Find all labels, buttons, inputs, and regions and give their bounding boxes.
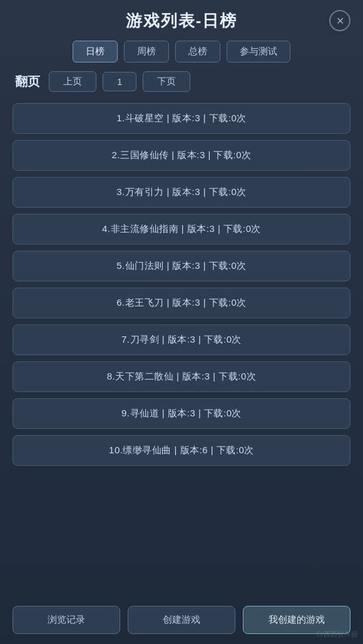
tab-total[interactable]: 总榜 — [175, 41, 220, 63]
game-item-7[interactable]: 7.刀寻剑 | 版本:3 | 下载:0次 — [13, 325, 350, 355]
page-title: 游戏列表-日榜 — [126, 10, 238, 32]
page-number: 1 — [103, 72, 136, 91]
prev-page-button[interactable]: 上页 — [49, 71, 96, 92]
main-container: 游戏列表-日榜 ✕ 日榜 周榜 总榜 参与测试 翻页 上页 1 下页 1.斗破星… — [0, 0, 363, 644]
pagination-row: 翻页 上页 1 下页 — [13, 71, 350, 92]
next-page-button[interactable]: 下页 — [143, 71, 190, 92]
tab-test[interactable]: 参与测试 — [227, 41, 290, 63]
browse-history-button[interactable]: 浏览记录 — [13, 606, 120, 634]
pagination-label: 翻页 — [15, 73, 40, 90]
tab-daily[interactable]: 日榜 — [73, 41, 118, 63]
tab-weekly[interactable]: 周榜 — [124, 41, 169, 63]
game-item-6[interactable]: 6.老王飞刀 | 版本:3 | 下载:0次 — [13, 288, 350, 318]
game-list: 1.斗破星空 | 版本:3 | 下载:0次 2.三国修仙传 | 版本:3 | 下… — [13, 103, 350, 597]
game-item-9[interactable]: 9.寻仙道 | 版本:3 | 下载:0次 — [13, 398, 350, 429]
my-games-button[interactable]: 我创建的游戏 — [243, 606, 350, 634]
game-item-4[interactable]: 4.非主流修仙指南 | 版本:3 | 下载:0次 — [13, 214, 350, 244]
game-item-3[interactable]: 3.万有引力 | 版本:3 | 下载:0次 — [13, 177, 350, 208]
title-row: 游戏列表-日榜 ✕ — [13, 10, 350, 32]
game-item-2[interactable]: 2.三国修仙传 | 版本:3 | 下载:0次 — [13, 140, 350, 171]
game-item-5[interactable]: 5.仙门法则 | 版本:3 | 下载:0次 — [13, 251, 350, 281]
game-item-8[interactable]: 8.天下第二散仙 | 版本:3 | 下载:0次 — [13, 361, 350, 392]
close-button[interactable]: ✕ — [329, 10, 350, 31]
create-game-button[interactable]: 创建游戏 — [128, 606, 235, 634]
game-item-1[interactable]: 1.斗破星空 | 版本:3 | 下载:0次 — [13, 103, 350, 134]
bottom-bar: 浏览记录 创建游戏 我创建的游戏 — [13, 606, 350, 634]
game-item-10[interactable]: 10.缥缈寻仙曲 | 版本:6 | 下载:0次 — [13, 435, 350, 466]
tab-row: 日榜 周榜 总榜 参与测试 — [13, 41, 350, 63]
